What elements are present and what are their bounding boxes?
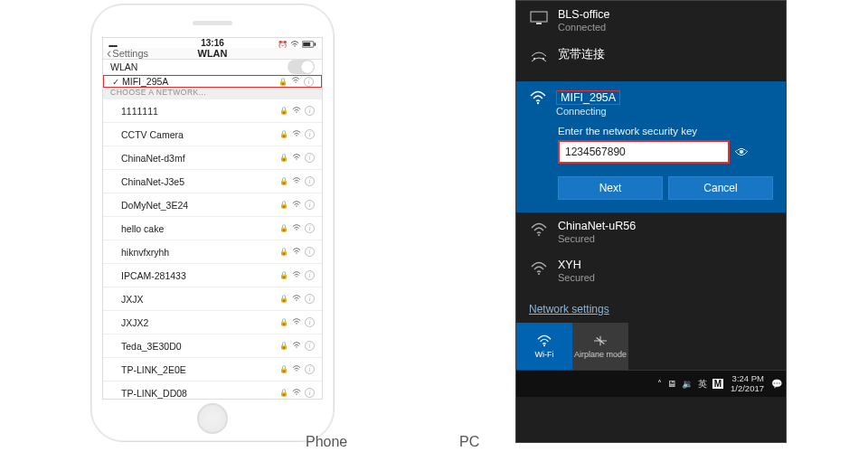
lock-icon: 🔒 (279, 201, 288, 209)
network-row[interactable]: DoMyNet_3E24🔒i (103, 193, 322, 217)
info-icon[interactable]: i (305, 106, 315, 116)
network-row[interactable]: JXJX🔒i (103, 287, 322, 311)
checkmark-icon: ✓ (111, 77, 120, 87)
network-item-broadband[interactable]: 宽带连接 (516, 40, 786, 72)
wifi-icon (291, 76, 300, 87)
network-row[interactable]: hello cake🔒i (103, 217, 322, 240)
wifi-icon (292, 317, 301, 328)
wifi-icon (292, 247, 301, 258)
network-item-bls-office[interactable]: BLS-office Connected (516, 1, 786, 40)
network-status: Secured (558, 233, 636, 244)
network-row[interactable]: IPCAM-281433🔒i (103, 264, 322, 287)
network-row[interactable]: ChinaNet-J3e5🔒i (103, 170, 322, 193)
network-name: TP-LINK_2E0E (121, 364, 279, 375)
info-icon[interactable]: i (305, 247, 315, 257)
nav-bar: Settings WLAN (103, 48, 322, 60)
network-item-chinanet[interactable]: ChinaNet-uR56 Secured (516, 212, 786, 251)
info-icon[interactable]: i (304, 77, 314, 87)
wlan-toggle-label: WLAN (110, 61, 288, 72)
network-row[interactable]: TP-LINK_2E0E🔒i (103, 358, 322, 381)
network-row[interactable]: 1111111🔒i (103, 99, 322, 123)
next-button[interactable]: Next (558, 176, 663, 200)
network-row[interactable]: TP-LINK_DD08🔒i (103, 381, 322, 400)
airplane-tile[interactable]: Airplane mode (572, 323, 628, 370)
wlan-toggle[interactable] (288, 60, 315, 74)
connected-network-row[interactable]: ✓ MIFI_295A 🔒 i (103, 75, 322, 88)
network-row[interactable]: CCTV Camera🔒i (103, 123, 322, 146)
network-name: TP-LINK_DD08 (121, 388, 279, 399)
notification-icon[interactable]: 💬 (771, 379, 782, 389)
lock-icon: 🔒 (279, 154, 288, 162)
pc-caption: PC (459, 434, 479, 450)
wifi-tile[interactable]: Wi-Fi (516, 323, 572, 370)
svg-rect-4 (536, 23, 542, 24)
info-icon[interactable]: i (305, 294, 315, 304)
phone-caption: Phone (306, 434, 347, 450)
home-button[interactable] (197, 403, 228, 434)
lock-icon: 🔒 (278, 78, 288, 86)
network-list: 1111111🔒iCCTV Camera🔒iChinaNet-d3mf🔒iChi… (103, 99, 322, 400)
info-icon[interactable]: i (305, 364, 315, 374)
lock-icon: 🔒 (279, 271, 288, 279)
tray-network-icon[interactable]: 🖥 (667, 379, 676, 389)
svg-point-10 (543, 344, 545, 346)
network-row[interactable]: JXJX2🔒i (103, 311, 322, 334)
network-row[interactable]: hiknvfxryhh🔒i (103, 240, 322, 264)
lock-icon: 🔒 (279, 130, 288, 138)
cancel-button[interactable]: Cancel (668, 176, 773, 200)
monitor-icon (529, 10, 549, 26)
network-name: ChinaNet-d3mf (121, 153, 279, 164)
info-icon[interactable]: i (305, 129, 315, 139)
tray-volume-icon[interactable]: 🔉 (682, 379, 693, 389)
lock-icon: 🔒 (279, 224, 288, 232)
wifi-icon (529, 221, 549, 238)
network-name: CCTV Camera (121, 129, 279, 140)
wifi-icon (292, 129, 301, 140)
info-icon[interactable]: i (305, 388, 315, 398)
active-network-name-box: MIFI_295A (556, 90, 620, 105)
taskbar: ˄ 🖥 🔉 英 M 3:24 PM 1/2/2017 💬 (516, 370, 786, 397)
wifi-icon (292, 176, 301, 187)
active-network-panel: MIFI_295A Connecting Enter the network s… (516, 81, 786, 212)
reveal-password-icon[interactable]: 👁 (735, 145, 749, 160)
network-name: DoMyNet_3E24 (121, 200, 279, 211)
wlan-toggle-row[interactable]: WLAN (103, 60, 322, 75)
network-row[interactable]: ChinaNet-d3mf🔒i (103, 146, 322, 170)
info-icon[interactable]: i (305, 270, 315, 280)
svg-rect-3 (531, 12, 547, 22)
network-name: 1111111 (121, 106, 279, 117)
ime-mode[interactable]: M (712, 379, 723, 389)
network-item-xyh[interactable]: XYH Secured (516, 251, 786, 290)
svg-rect-1 (303, 42, 310, 46)
phone-device: ••••• 13:16 ⏰ Settings WLAN WLAN ✓ MIFI_… (90, 4, 335, 442)
wifi-icon (292, 270, 301, 281)
info-icon[interactable]: i (305, 176, 315, 186)
taskbar-clock[interactable]: 3:24 PM 1/2/2017 (731, 374, 764, 393)
security-key-input[interactable] (558, 140, 730, 164)
wifi-icon (292, 153, 301, 164)
network-name: ChinaNet-J3e5 (121, 176, 279, 187)
svg-point-7 (537, 102, 539, 104)
wifi-icon (292, 388, 301, 399)
svg-rect-2 (315, 42, 316, 45)
lock-icon: 🔒 (279, 107, 288, 115)
choose-network-header: CHOOSE A NETWORK... (103, 88, 322, 99)
network-settings-link[interactable]: Network settings (516, 290, 786, 323)
info-icon[interactable]: i (305, 317, 315, 327)
network-row[interactable]: Teda_3E30D0🔒i (103, 334, 322, 358)
info-icon[interactable]: i (305, 200, 315, 210)
network-name: JXJX2 (121, 317, 279, 328)
phone-screen: ••••• 13:16 ⏰ Settings WLAN WLAN ✓ MIFI_… (102, 37, 323, 400)
info-icon[interactable]: i (305, 153, 315, 163)
ime-indicator[interactable]: 英 (698, 378, 707, 391)
dialup-icon (529, 49, 549, 65)
quick-tiles: Wi-Fi Airplane mode (516, 323, 786, 370)
tray-chevron-up-icon[interactable]: ˄ (657, 379, 662, 389)
network-name: hiknvfxryhh (121, 247, 279, 258)
back-button[interactable]: Settings (107, 45, 148, 61)
info-icon[interactable]: i (305, 223, 315, 233)
info-icon[interactable]: i (305, 341, 315, 351)
network-status: Connected (558, 22, 609, 33)
wifi-tile-label: Wi-Fi (535, 350, 554, 359)
system-tray: ˄ 🖥 🔉 英 M (657, 378, 723, 391)
